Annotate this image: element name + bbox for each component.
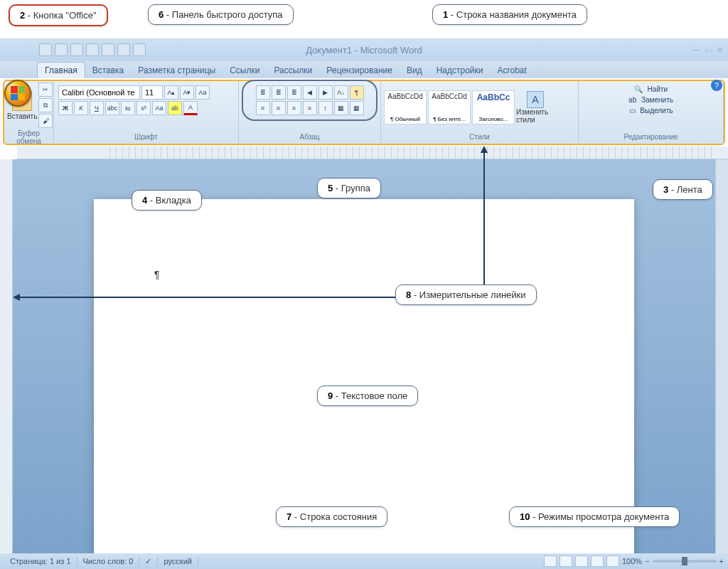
tab-insert[interactable]: Вставка	[85, 63, 132, 78]
justify-button[interactable]: ≡	[303, 101, 317, 115]
paragraph-mark: ¶	[154, 269, 160, 280]
view-web[interactable]	[575, 555, 588, 567]
zoom-level[interactable]: 100%	[622, 557, 642, 565]
qat-redo-icon[interactable]	[70, 43, 83, 56]
ribbon-tabs: Главная Вставка Разметка страницы Ссылки…	[0, 61, 728, 78]
zoom-slider[interactable]	[653, 560, 717, 563]
qat-undo-icon[interactable]	[55, 43, 68, 56]
minimize-icon[interactable]: —	[692, 45, 700, 55]
ribbon: Вставить ✂ ⧉ 🖌 Буфер обмена Calibri (Осн…	[3, 80, 725, 145]
office-button[interactable]	[4, 80, 31, 107]
callout-1: 1 - Строка названия документа	[432, 4, 587, 25]
bold-button[interactable]: Ж	[58, 101, 73, 115]
font-color-button[interactable]: A	[183, 101, 198, 115]
borders-button[interactable]: ▦	[350, 101, 364, 115]
vertical-scrollbar[interactable]	[715, 159, 728, 553]
font-name-combo[interactable]: Calibri (Основной те	[58, 85, 140, 100]
callout-2: 2 - Кнопка "Office"	[9, 4, 108, 26]
callout-7: 7 - Строка состояния	[276, 506, 387, 527]
callout-5: 5 - Группа	[317, 178, 381, 198]
view-print-layout[interactable]	[544, 555, 557, 567]
multilevel-button[interactable]: ≣	[287, 85, 301, 100]
binoculars-icon: 🔍	[634, 85, 643, 93]
group-font: Calibri (Основной те 11 A▴ A▾ Aa Ж К Ч a…	[54, 81, 239, 144]
change-styles-button[interactable]: A Изменить стили	[516, 85, 555, 129]
font-size-combo[interactable]: 11	[141, 85, 163, 100]
quick-access-toolbar	[39, 43, 146, 56]
tab-addins[interactable]: Надстройки	[429, 63, 491, 78]
view-draft[interactable]	[606, 555, 619, 567]
style-normal[interactable]: AaBbCcDd¶ Обычный	[384, 90, 427, 124]
clear-format-icon[interactable]: Aa	[196, 85, 210, 100]
status-words[interactable]: Число слов: 0	[77, 557, 140, 565]
underline-button[interactable]: Ч	[90, 101, 104, 115]
align-center-button[interactable]: ≡	[272, 101, 286, 115]
qat-btn-4[interactable]	[86, 43, 99, 56]
callout-6: 6 - Панель быстрого доступа	[148, 4, 294, 25]
align-left-button[interactable]: ≡	[256, 101, 270, 115]
change-case-button[interactable]: Aa	[152, 101, 166, 115]
document-title: Документ1 - Microsoft Word	[306, 45, 422, 55]
strike-button[interactable]: abc	[105, 101, 119, 115]
titlebar: Документ1 - Microsoft Word — ▭ ✕	[0, 38, 728, 61]
tab-home[interactable]: Главная	[37, 62, 85, 78]
subscript-button[interactable]: x₂	[121, 101, 135, 115]
statusbar: Страница: 1 из 1 Число слов: 0 ✓ русский…	[0, 553, 728, 569]
italic-button[interactable]: К	[74, 101, 88, 115]
group-paragraph: ≣ ≣ ≣ ◀ ▶ A↓ ¶ ≡ ≡ ≡ ≡ ↕ ▦ ▦ Абзац	[239, 81, 381, 144]
callout-3: 3 - Лента	[653, 179, 713, 200]
dec-indent-button[interactable]: ◀	[303, 85, 317, 100]
qat-btn-5[interactable]	[102, 43, 114, 56]
tab-mailings[interactable]: Рассылки	[267, 63, 319, 78]
document-viewport: ¶	[13, 159, 715, 553]
shading-button[interactable]: ▦	[334, 101, 348, 115]
status-lang[interactable]: русский	[158, 557, 198, 565]
group-editing: 🔍 Найти ab Заменить ▭ Выделить Редактиро…	[579, 81, 724, 144]
line-spacing-button[interactable]: ↕	[318, 101, 333, 115]
help-icon[interactable]: ?	[711, 80, 722, 91]
shrink-font-icon[interactable]: A▾	[180, 85, 194, 100]
style-nospacing[interactable]: AaBbCcDd¶ Без инте...	[428, 90, 471, 124]
view-outline[interactable]	[591, 555, 604, 567]
highlight-button[interactable]: ab	[168, 101, 182, 115]
bullets-button[interactable]: ≣	[256, 85, 270, 100]
qat-btn-7[interactable]	[133, 43, 146, 56]
sort-button[interactable]: A↓	[334, 85, 348, 100]
status-page[interactable]: Страница: 1 из 1	[4, 557, 77, 565]
select-button[interactable]: ▭ Выделить	[629, 107, 673, 115]
close-icon[interactable]: ✕	[717, 45, 724, 55]
callout-9: 9 - Текстовое поле	[317, 385, 418, 406]
tab-acrobat[interactable]: Acrobat	[491, 63, 534, 78]
cursor-icon: ▭	[629, 107, 636, 115]
grow-font-icon[interactable]: A▴	[164, 85, 178, 100]
callout-8: 8 - Измерительные линейки	[395, 284, 537, 305]
ruler-horizontal[interactable]	[17, 147, 728, 159]
change-styles-icon: A	[527, 91, 544, 108]
find-button[interactable]: 🔍 Найти	[634, 85, 668, 93]
tab-view[interactable]: Вид	[400, 63, 429, 78]
ruler-vertical[interactable]	[0, 159, 13, 553]
style-heading[interactable]: AaBbCcЗаголово...	[472, 90, 515, 124]
tab-references[interactable]: Ссылки	[223, 63, 267, 78]
cut-icon[interactable]: ✂	[38, 83, 53, 97]
tab-layout[interactable]: Разметка страницы	[131, 63, 223, 78]
replace-icon: ab	[628, 96, 636, 104]
zoom-in-icon[interactable]: +	[719, 557, 724, 565]
numbering-button[interactable]: ≣	[272, 85, 286, 100]
replace-button[interactable]: ab Заменить	[628, 96, 673, 104]
qat-save-icon[interactable]	[39, 43, 52, 56]
align-right-button[interactable]: ≡	[287, 101, 301, 115]
callout-4: 4 - Вкладка	[132, 190, 202, 211]
view-full-reading[interactable]	[560, 555, 572, 567]
maximize-icon[interactable]: ▭	[705, 45, 712, 55]
inc-indent-button[interactable]: ▶	[318, 85, 333, 100]
copy-icon[interactable]: ⧉	[38, 98, 53, 112]
show-marks-button[interactable]: ¶	[350, 85, 364, 100]
status-proof-icon[interactable]: ✓	[139, 557, 158, 566]
tab-review[interactable]: Рецензирование	[319, 63, 400, 78]
page[interactable]: ¶	[94, 199, 634, 553]
zoom-out-icon[interactable]: −	[645, 557, 649, 565]
format-painter-icon[interactable]: 🖌	[38, 114, 53, 128]
qat-btn-6[interactable]	[117, 43, 130, 56]
superscript-button[interactable]: x²	[136, 101, 151, 115]
